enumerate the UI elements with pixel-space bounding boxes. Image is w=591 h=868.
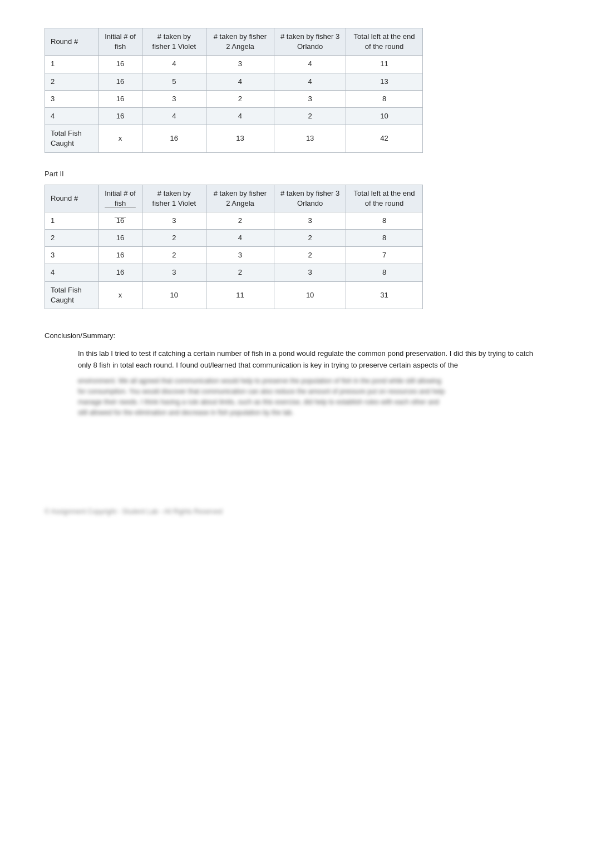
part1-row4-col5: 10 — [346, 107, 422, 125]
part2-row4-col4: 3 — [274, 264, 346, 281]
col-header-fisher3: # taken by fisher 3 Orlando — [274, 28, 346, 56]
part2-row4-col5: 8 — [346, 264, 422, 281]
conclusion-blurred: environment. We all agreed that communic… — [78, 376, 445, 419]
part1-row3-col0: 3 — [45, 90, 98, 107]
col2-header-total: Total left at the end of the round — [346, 185, 422, 212]
part2-row1-col4: 3 — [274, 212, 346, 229]
part2-row4-col0: 4 — [45, 264, 98, 281]
part2-row2-col2: 2 — [142, 230, 206, 247]
part1-row1-col0: 1 — [45, 56, 98, 73]
part1-row1-col5: 11 — [346, 56, 422, 73]
part2-totals-col5: 31 — [346, 281, 422, 309]
footer-text: © Assignment Copyright - Student Lab - A… — [45, 508, 546, 515]
part1-totals-col1: x — [98, 125, 142, 152]
part2-totals-col2: 10 — [142, 281, 206, 309]
part1-row2-col3: 4 — [206, 73, 274, 90]
part2-row3-col1: 16 — [98, 247, 142, 264]
part2-row4-col1: 16 — [98, 264, 142, 281]
part2-row2-col1: 16 — [98, 230, 142, 247]
part2-row2-col3: 4 — [206, 230, 274, 247]
col-header-round: Round # — [45, 28, 98, 56]
part1-section: Round # Initial # of fish # taken by fis… — [45, 28, 546, 153]
col2-header-fisher1: # taken by fisher 1 Violet — [142, 185, 206, 212]
part1-row1-col3: 3 — [206, 56, 274, 73]
part2-table: Round # Initial # of fish # taken by fis… — [45, 185, 423, 310]
part1-row1-col2: 4 — [142, 56, 206, 73]
part2-totals-col0: Total Fish Caught — [45, 281, 98, 309]
part1-row4-col2: 4 — [142, 107, 206, 125]
part2-row1-col0: 1 — [45, 212, 98, 229]
col-header-fisher1: # taken by fisher 1 Violet — [142, 28, 206, 56]
part2-row4-col3: 2 — [206, 264, 274, 281]
conclusion-section: Conclusion/Summary: In this lab I tried … — [45, 331, 546, 419]
part2-row1-col5: 8 — [346, 212, 422, 229]
part2-totals-col3: 11 — [206, 281, 274, 309]
part1-totals-col3: 13 — [206, 125, 274, 152]
part1-row2-col0: 2 — [45, 73, 98, 90]
part2-section: Round # Initial # of fish # taken by fis… — [45, 185, 546, 310]
col2-header-fisher3: # taken by fisher 3 Orlando — [274, 185, 346, 212]
part2-row2-col0: 2 — [45, 230, 98, 247]
part1-row4-col0: 4 — [45, 107, 98, 125]
conclusion-text: In this lab I tried to test if catching … — [78, 348, 546, 371]
part2-row3-col4: 2 — [274, 247, 346, 264]
part1-row3-col3: 2 — [206, 90, 274, 107]
part1-row4-col1: 16 — [98, 107, 142, 125]
col2-header-fisher2: # taken by fisher 2 Angela — [206, 185, 274, 212]
col2-header-round: Round # — [45, 185, 98, 212]
part1-row4-col4: 2 — [274, 107, 346, 125]
part2-row3-col5: 7 — [346, 247, 422, 264]
part1-table: Round # Initial # of fish # taken by fis… — [45, 28, 423, 153]
part1-row3-col1: 16 — [98, 90, 142, 107]
part1-row4-col3: 4 — [206, 107, 274, 125]
part2-row2-col5: 8 — [346, 230, 422, 247]
part2-row1-col1: 16 — [98, 212, 142, 229]
part1-row3-col5: 8 — [346, 90, 422, 107]
col2-header-initial: Initial # of fish — [98, 185, 142, 212]
part2-row3-col0: 3 — [45, 247, 98, 264]
part2-totals-col1: x — [98, 281, 142, 309]
part1-row2-col4: 4 — [274, 73, 346, 90]
part1-row1-col4: 4 — [274, 56, 346, 73]
part2-row3-col2: 2 — [142, 247, 206, 264]
part2-row3-col3: 3 — [206, 247, 274, 264]
conclusion-title: Conclusion/Summary: — [45, 331, 546, 340]
part2-row4-col2: 3 — [142, 264, 206, 281]
part2-totals-col4: 10 — [274, 281, 346, 309]
col-header-fisher2: # taken by fisher 2 Angela — [206, 28, 274, 56]
part2-row1-col3: 2 — [206, 212, 274, 229]
part1-row3-col2: 3 — [142, 90, 206, 107]
col-header-total: Total left at the end of the round — [346, 28, 422, 56]
part1-totals-col5: 42 — [346, 125, 422, 152]
part1-row2-col2: 5 — [142, 73, 206, 90]
col-header-initial: Initial # of fish — [98, 28, 142, 56]
part2-label: Part II — [45, 170, 546, 178]
part1-totals-col0: Total Fish Caught — [45, 125, 98, 152]
part1-totals-col2: 16 — [142, 125, 206, 152]
part1-row3-col4: 3 — [274, 90, 346, 107]
part2-row2-col4: 2 — [274, 230, 346, 247]
part2-row1-col2: 3 — [142, 212, 206, 229]
part1-totals-col4: 13 — [274, 125, 346, 152]
part1-row2-col1: 16 — [98, 73, 142, 90]
part1-row1-col1: 16 — [98, 56, 142, 73]
part1-row2-col5: 13 — [346, 73, 422, 90]
